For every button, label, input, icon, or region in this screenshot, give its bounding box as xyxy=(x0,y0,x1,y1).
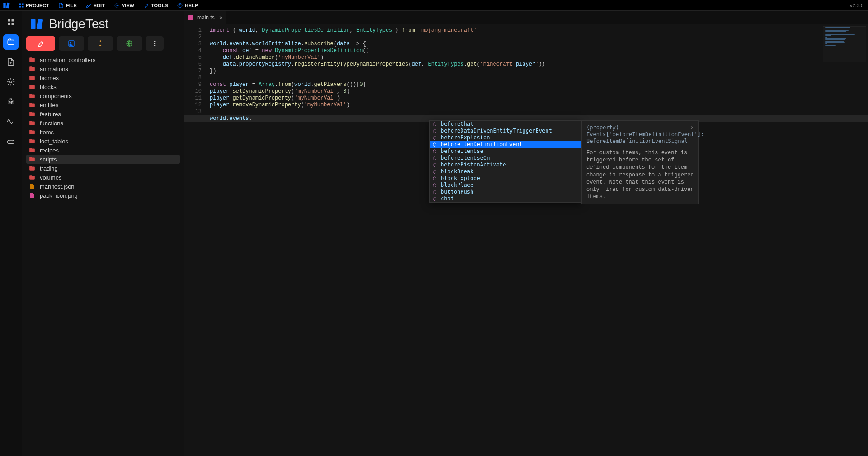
folder-icon xyxy=(29,147,36,153)
file-add-icon xyxy=(7,58,15,66)
code-line: player.setDynamicProperty('myNumberVal',… xyxy=(210,88,818,95)
autocomplete-item[interactable]: ⬡beforeChat xyxy=(430,121,581,128)
autocomplete-label: beforeItemUseOn xyxy=(441,155,490,162)
doc-description: For custom items, this event is triggere… xyxy=(586,149,694,200)
rail-dashboard[interactable] xyxy=(3,14,19,30)
autocomplete-item[interactable]: ⬡beforeItemDefinitionEvent xyxy=(430,141,581,148)
rail-controller[interactable] xyxy=(3,134,19,149)
file-tree: animation_controllersanimationsbiomesblo… xyxy=(26,55,180,452)
autocomplete-item[interactable]: ⬡beforeItemUse xyxy=(430,148,581,155)
autocomplete-item[interactable]: ⬡beforePistonActivate xyxy=(430,162,581,168)
autocomplete-item[interactable]: ⬡chat xyxy=(430,195,581,202)
tree-item-components[interactable]: components xyxy=(26,91,180,100)
autocomplete-item[interactable]: ⬡beforeDataDrivenEntityTriggerEvent xyxy=(430,128,581,134)
project-header: BridgeTest xyxy=(26,14,180,36)
code-editor[interactable]: 1234567891011121314 import { world, Dyna… xyxy=(184,24,868,456)
tree-item-features[interactable]: features xyxy=(26,109,180,119)
line-gutter: 1234567891011121314 xyxy=(184,24,205,122)
editor-area: main.ts × 1234567891011121314 import { w… xyxy=(184,11,868,456)
rail-folder[interactable] xyxy=(3,34,19,50)
globe-button[interactable] xyxy=(117,36,142,51)
tab-main-ts[interactable]: main.ts × xyxy=(184,11,226,24)
tree-item-label: functions xyxy=(40,120,63,127)
autocomplete-item[interactable]: ⬡beforeExplosion xyxy=(430,134,581,141)
rail-wave[interactable] xyxy=(3,114,19,129)
svg-rect-3 xyxy=(22,3,24,5)
autocomplete-label: beforeItemUse xyxy=(441,148,483,155)
property-icon: ⬡ xyxy=(433,155,438,162)
tree-item-items[interactable]: items xyxy=(26,128,180,137)
svg-point-13 xyxy=(10,81,12,83)
svg-rect-17 xyxy=(31,19,36,29)
tree-item-trading[interactable]: trading xyxy=(26,164,180,173)
doc-close-icon[interactable]: × xyxy=(691,124,694,131)
tree-item-blocks[interactable]: blocks xyxy=(26,82,180,91)
menu-label: EDIT xyxy=(94,3,105,8)
autocomplete-item[interactable]: ⬡buttonPush xyxy=(430,189,581,195)
code-line xyxy=(210,75,818,81)
menu-file[interactable]: FILE xyxy=(54,1,81,9)
code-line: player.removeDynamicProperty('myNumberVa… xyxy=(210,102,818,109)
tree-item-scripts[interactable]: scripts xyxy=(26,155,180,164)
tree-item-label: blocks xyxy=(40,84,57,90)
menu-tools[interactable]: TOOLS xyxy=(139,1,173,9)
tree-item-loot_tables[interactable]: loot_tables xyxy=(26,137,180,146)
menu-project[interactable]: PROJECT xyxy=(14,1,54,9)
tree-item-recipes[interactable]: recipes xyxy=(26,146,180,155)
svg-rect-0 xyxy=(3,3,5,8)
folder-icon xyxy=(29,174,36,180)
code-line: player.getDynamicProperty('myNumberVal') xyxy=(210,95,818,102)
tree-item-label: animation_controllers xyxy=(40,57,96,63)
build-button[interactable] xyxy=(26,36,55,51)
autocomplete-item[interactable]: ⬡blockPlace xyxy=(430,182,581,189)
tree-item-animation_controllers[interactable]: animation_controllers xyxy=(26,55,180,64)
svg-rect-14 xyxy=(8,140,14,144)
menubar: PROJECTFILEEDITVIEWTOOLSHELP v2.3.0 xyxy=(0,0,868,11)
doc-signature: (property) Events['beforeItemDefinitionE… xyxy=(586,124,694,145)
tab-close-icon[interactable]: × xyxy=(219,14,223,21)
tree-item-functions[interactable]: functions xyxy=(26,119,180,128)
code-line: const def = new DynamicPropertiesDefinit… xyxy=(210,48,818,54)
code-line: data.propertyRegistry.registerEntityType… xyxy=(210,61,818,68)
menu-help[interactable]: HELP xyxy=(173,1,203,9)
autocomplete-popup[interactable]: ⬡beforeChat⬡beforeDataDrivenEntityTrigge… xyxy=(429,120,581,203)
menu-edit[interactable]: EDIT xyxy=(81,1,109,9)
wave-icon xyxy=(7,118,15,126)
extension-icon xyxy=(7,98,15,106)
code-content: import { world, DynamicPropertiesDefinit… xyxy=(210,27,818,122)
tree-item-entities[interactable]: entities xyxy=(26,100,180,109)
controller-icon xyxy=(7,138,15,146)
menu-view[interactable]: VIEW xyxy=(109,1,139,9)
folder-icon xyxy=(29,66,36,72)
rail-file-add[interactable] xyxy=(3,54,19,70)
help-icon xyxy=(177,2,183,8)
tree-item-biomes[interactable]: biomes xyxy=(26,73,180,82)
autocomplete-label: chat xyxy=(441,195,454,202)
svg-point-20 xyxy=(70,42,71,43)
sidebar-toolbar xyxy=(26,36,180,51)
autocomplete-item[interactable]: ⬡blockBreak xyxy=(430,168,581,175)
rail-extension[interactable] xyxy=(3,94,19,109)
more-button[interactable] xyxy=(146,36,164,51)
rail-settings[interactable] xyxy=(3,74,19,90)
tree-item-pack_icon-png[interactable]: pack_icon.png xyxy=(26,191,180,200)
code-line xyxy=(210,109,818,115)
image-button[interactable] xyxy=(59,36,84,51)
accessibility-button[interactable] xyxy=(88,36,113,51)
folder-icon xyxy=(29,156,36,162)
tree-item-manifest-json[interactable]: manifest.json xyxy=(26,182,180,191)
minimap[interactable] xyxy=(823,26,866,62)
wrench-icon xyxy=(143,2,149,8)
property-icon: ⬡ xyxy=(433,121,438,128)
tree-item-animations[interactable]: animations xyxy=(26,64,180,73)
tree-item-label: scripts xyxy=(40,156,57,163)
autocomplete-item[interactable]: ⬡blockExplode xyxy=(430,175,581,182)
tree-item-volumes[interactable]: volumes xyxy=(26,173,180,182)
sidebar: BridgeTest animation_controllersanimatio… xyxy=(22,11,184,456)
svg-rect-4 xyxy=(19,6,21,8)
project-logo-icon xyxy=(29,16,44,32)
autocomplete-item[interactable]: ⬡beforeItemUseOn xyxy=(430,155,581,162)
tree-item-label: loot_tables xyxy=(40,138,68,145)
grid-icon xyxy=(18,2,24,8)
code-line xyxy=(210,34,818,41)
